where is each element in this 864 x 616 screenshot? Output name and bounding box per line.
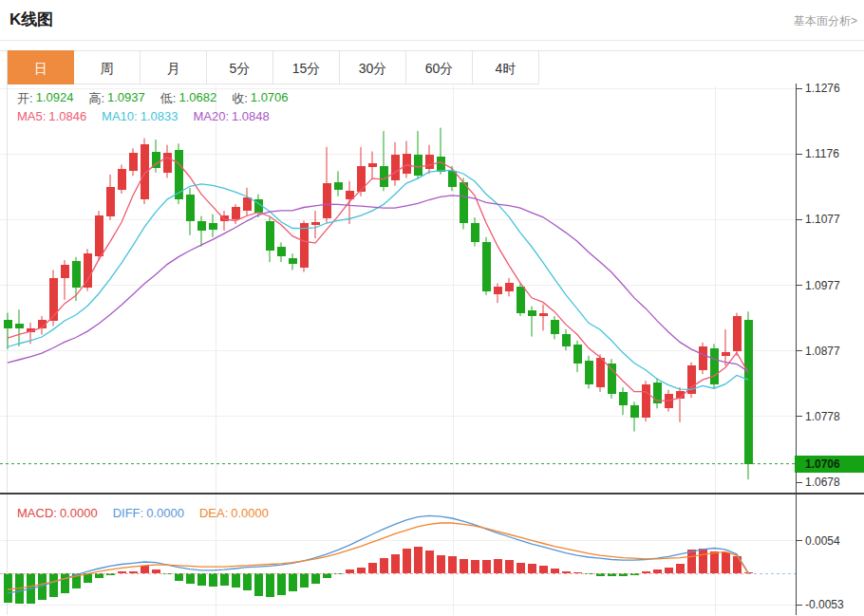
ma20-value: 1.0848 bbox=[232, 109, 270, 123]
ma5-label: MA5: bbox=[17, 109, 46, 123]
ma10-label: MA10: bbox=[102, 109, 138, 123]
diff-value-legend: DIFF: 0.0000 bbox=[113, 506, 184, 520]
dea-value: 0.0000 bbox=[231, 506, 269, 520]
open-label: 开: bbox=[17, 90, 33, 107]
diff-value: 0.0000 bbox=[146, 506, 184, 520]
high-value: 1.0937 bbox=[107, 90, 145, 107]
tab-2[interactable]: 月 bbox=[141, 50, 207, 84]
period-tabbar: 日周月5分15分30分60分4时 bbox=[8, 50, 539, 84]
macd-label: MACD: bbox=[17, 506, 57, 520]
low-label: 低: bbox=[160, 90, 177, 107]
ohlc-legend: 开: 1.0924 高: 1.0937 低: 1.0682 收: 1.0706 bbox=[17, 90, 289, 107]
diff-label: DIFF: bbox=[113, 506, 144, 520]
tab-0[interactable]: 日 bbox=[8, 50, 74, 84]
current-price-badge: 1.0706 bbox=[795, 456, 864, 473]
close-legend: 收: 1.0706 bbox=[232, 90, 288, 107]
open-value: 1.0924 bbox=[36, 90, 74, 107]
ma20-label: MA20: bbox=[193, 109, 229, 123]
price-axis-tick: 1.0977 bbox=[805, 279, 840, 292]
price-axis-tick: 1.0678 bbox=[805, 476, 840, 489]
tab-7[interactable]: 4时 bbox=[473, 50, 539, 84]
price-axis-tick: 1.1276 bbox=[805, 82, 840, 95]
price-axis-tick: 1.1077 bbox=[805, 213, 840, 226]
ma10-value: 1.0833 bbox=[141, 109, 178, 123]
macd-value: 0.0000 bbox=[60, 506, 98, 520]
dea-label: DEA: bbox=[199, 506, 228, 520]
tab-5[interactable]: 30分 bbox=[340, 50, 406, 84]
ma10-legend: MA10: 1.0833 bbox=[102, 109, 178, 123]
ma5-value: 1.0846 bbox=[48, 109, 86, 123]
price-axis-tick: 1.1176 bbox=[805, 147, 839, 160]
tab-3[interactable]: 5分 bbox=[207, 50, 273, 84]
ma-legend: MA5: 1.0846 MA10: 1.0833 MA20: 1.0848 bbox=[17, 109, 270, 123]
tab-6[interactable]: 60分 bbox=[406, 50, 473, 84]
tab-1[interactable]: 周 bbox=[74, 50, 141, 84]
low-value: 1.0682 bbox=[178, 90, 216, 107]
macd-value-legend: MACD: 0.0000 bbox=[17, 506, 98, 520]
high-label: 高: bbox=[88, 90, 104, 107]
macd-legend: MACD: 0.0000 DIFF: 0.0000 DEA: 0.0000 bbox=[17, 506, 269, 520]
ma20-legend: MA20: 1.0848 bbox=[193, 109, 269, 123]
low-legend: 低: 1.0682 bbox=[160, 90, 216, 107]
tab-4[interactable]: 15分 bbox=[273, 50, 340, 84]
price-axis-tick: 1.0778 bbox=[805, 410, 840, 423]
ma5-legend: MA5: 1.0846 bbox=[17, 109, 86, 123]
close-label: 收: bbox=[232, 90, 248, 107]
price-axis-tick: 1.0877 bbox=[805, 345, 840, 358]
high-legend: 高: 1.0937 bbox=[88, 90, 144, 107]
open-legend: 开: 1.0924 bbox=[17, 90, 73, 107]
macd-axis-tick: 0.0054 bbox=[805, 534, 840, 548]
dea-value-legend: DEA: 0.0000 bbox=[199, 506, 269, 520]
close-value: 1.0706 bbox=[251, 90, 289, 107]
macd-axis-tick: -0.0053 bbox=[805, 598, 844, 611]
